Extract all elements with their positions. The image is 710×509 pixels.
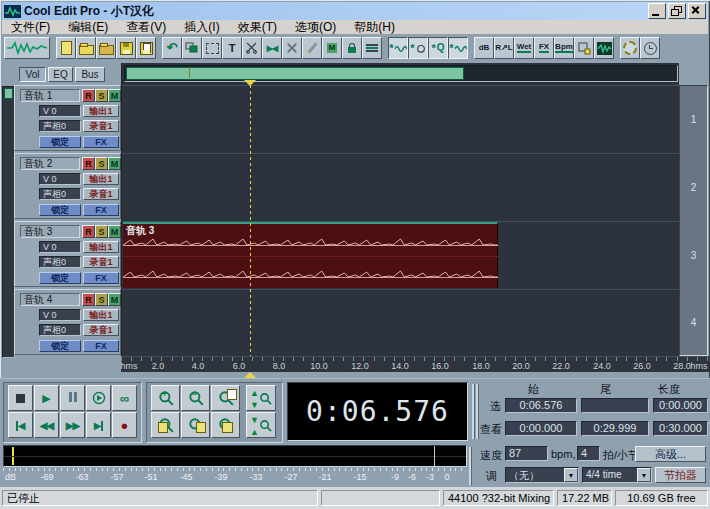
pause-button[interactable] (60, 385, 85, 411)
open-append-button[interactable] (96, 37, 116, 59)
mute-clip-button[interactable]: M (322, 37, 342, 59)
insert-wave-button[interactable] (594, 37, 614, 59)
solo-button[interactable]: S (95, 293, 108, 306)
solo-button[interactable]: S (95, 89, 108, 102)
wet-dry-button[interactable]: Wet (514, 37, 534, 59)
track-name-field[interactable]: 音轨 2 (20, 157, 80, 170)
mute-button[interactable]: M (108, 157, 121, 170)
mixdown-button[interactable] (362, 37, 382, 59)
zoom-to-selection-right-button[interactable] (181, 412, 210, 438)
minimize-icon[interactable] (648, 3, 666, 19)
record-device-button[interactable]: 录音1 (83, 256, 119, 268)
zoom-vertical-out-button[interactable]: ▼▲ (246, 412, 276, 438)
track-lane-4[interactable] (122, 289, 680, 356)
volume-field[interactable]: V 0 (39, 241, 81, 253)
edit-waveform-view-button[interactable] (4, 37, 50, 59)
fx-track-button[interactable]: FX (83, 272, 119, 284)
zoom-out-button[interactable]: − (181, 385, 210, 411)
track-lane-2[interactable] (122, 153, 680, 221)
session-overview-bar[interactable] (124, 65, 678, 82)
zoom-to-selection-left-button[interactable] (151, 412, 180, 438)
time-signature-dropdown[interactable]: 4/4 time ▼ (582, 467, 652, 483)
time-window-button[interactable]: T (222, 37, 242, 59)
menu-file[interactable]: 文件(F) (2, 19, 59, 36)
pan-lr-button[interactable]: R↗L (494, 37, 514, 59)
zoom-to-selection-button[interactable] (211, 412, 240, 438)
playback-cursor[interactable] (250, 85, 251, 356)
view-length-field[interactable]: 0:30.000 (653, 421, 708, 436)
menu-options[interactable]: 选项(O) (286, 19, 345, 36)
new-session-button[interactable] (56, 37, 76, 59)
record-arm-button[interactable]: R (82, 293, 95, 306)
record-arm-button[interactable]: R (82, 225, 95, 238)
record-device-button[interactable]: 录音1 (83, 120, 119, 132)
volume-field[interactable]: V 0 (39, 309, 81, 321)
fast-forward-button[interactable]: ▶▶ (60, 412, 85, 438)
play-looped-button[interactable] (86, 385, 111, 411)
tab-eq[interactable]: EQ (48, 67, 73, 82)
menu-view[interactable]: 查看(V) (117, 19, 175, 36)
punch-in-button[interactable]: ▶◀ (262, 37, 282, 59)
volume-field[interactable]: V 0 (39, 105, 81, 117)
undo-button[interactable]: ↶ (162, 37, 182, 59)
zoom-full-button[interactable] (211, 385, 240, 411)
fx-track-button[interactable]: FX (83, 340, 119, 352)
show-pan-envelopes-button[interactable]: * (408, 37, 428, 59)
mute-button[interactable]: M (108, 293, 121, 306)
overview-range[interactable] (126, 67, 464, 80)
output-button[interactable]: 输出1 (83, 309, 119, 321)
chevron-down-icon[interactable]: ▼ (637, 468, 651, 482)
solo-button[interactable]: S (95, 157, 108, 170)
stop-button[interactable] (8, 385, 33, 411)
menu-help[interactable]: 帮助(H) (345, 19, 404, 36)
menu-effects[interactable]: 效果(T) (229, 19, 286, 36)
show-volume-envelopes-button[interactable]: * (388, 37, 408, 59)
volume-db-button[interactable]: dB (474, 37, 494, 59)
view-start-field[interactable]: 0:00.000 (505, 421, 577, 436)
menu-insert[interactable]: 插入(I) (175, 19, 228, 36)
save-button[interactable] (116, 37, 136, 59)
fx-track-button[interactable]: FX (83, 204, 119, 216)
rewind-button[interactable]: ◀◀ (34, 412, 59, 438)
menu-edit[interactable]: 编辑(E) (59, 19, 117, 36)
time-display[interactable]: 0:06.576 (287, 382, 468, 441)
zoom-vertical-in-button[interactable]: ▲▼ (246, 385, 276, 411)
sync-clock-button[interactable] (640, 37, 660, 59)
cue-list-button[interactable] (574, 37, 594, 59)
lock-button[interactable]: 锁定 (39, 272, 81, 284)
lock-button[interactable]: 锁定 (39, 340, 81, 352)
selection-start-field[interactable]: 0:06.576 (505, 398, 577, 413)
selection-length-field[interactable]: 0:00.000 (653, 398, 708, 413)
cursor-marker-top[interactable] (244, 80, 256, 86)
output-button[interactable]: 输出1 (83, 241, 119, 253)
record-button[interactable]: ● (112, 412, 137, 438)
advanced-button[interactable]: 高级... (635, 446, 706, 462)
pan-field[interactable]: 声相0 (39, 256, 81, 268)
panel-grip[interactable] (476, 384, 479, 439)
fx-track-button[interactable]: FX (83, 136, 119, 148)
bpm-button[interactable]: Bpm (554, 37, 574, 59)
track-name-field[interactable]: 音轨 4 (20, 293, 80, 306)
track-lane-1[interactable] (122, 85, 680, 153)
lock-button[interactable]: 锁定 (39, 204, 81, 216)
pan-field[interactable]: 声相0 (39, 188, 81, 200)
lock-time-button[interactable] (342, 37, 362, 59)
clip-properties-button[interactable] (202, 37, 222, 59)
record-arm-button[interactable]: R (82, 157, 95, 170)
show-tempo-envelopes-button[interactable]: * (448, 37, 468, 59)
zoom-in-button[interactable]: + (151, 385, 180, 411)
play-button[interactable]: ▶ (34, 385, 59, 411)
loop-button[interactable]: ∞ (112, 385, 137, 411)
track-name-field[interactable]: 音轨 3 (20, 225, 80, 238)
tab-bus[interactable]: Bus (75, 67, 105, 82)
session-properties-button[interactable] (620, 37, 640, 59)
scroll-thumb[interactable] (4, 88, 13, 99)
mute-button[interactable]: M (108, 89, 121, 102)
open-button[interactable] (76, 37, 96, 59)
go-to-end-button[interactable]: ▶ (86, 412, 111, 438)
go-to-start-button[interactable]: ◀ (8, 412, 33, 438)
record-device-button[interactable]: 录音1 (83, 188, 119, 200)
record-device-button[interactable]: 录音1 (83, 324, 119, 336)
chevron-down-icon[interactable]: ▼ (564, 468, 578, 482)
timeline-ruler[interactable]: hms 2.0 4.0 6.0 8.0 10.0 12.0 14.0 16.0 … (121, 356, 710, 372)
